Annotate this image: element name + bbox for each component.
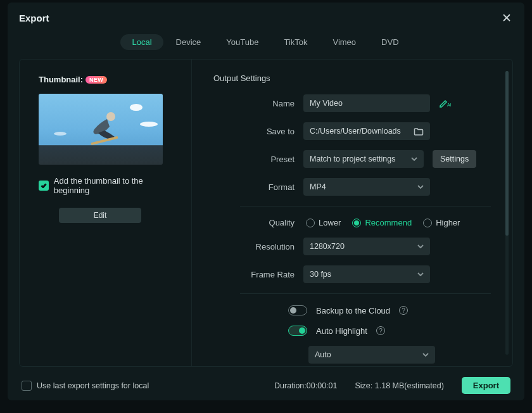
thumbnail-panel: Thumbnail: NEW Add the thumbnail to th	[20, 60, 192, 366]
thumbnail-heading: Thumbnail: NEW	[39, 75, 107, 84]
add-thumbnail-label: Add the thumbnail to the beginning	[54, 176, 180, 195]
dialog-footer: Use last export settings for local Durat…	[8, 374, 524, 400]
use-last-settings-checkbox[interactable]	[22, 381, 32, 391]
edit-thumbnail-button[interactable]: Edit	[59, 208, 141, 223]
preset-settings-button[interactable]: Settings	[433, 150, 476, 168]
pencil-ai-icon: AI	[439, 98, 452, 108]
scrollbar-thumb[interactable]	[505, 71, 509, 236]
tab-local[interactable]: Local	[120, 34, 163, 50]
radio-circle-icon	[306, 219, 315, 227]
auto-highlight-toggle[interactable]	[288, 326, 307, 336]
saveto-field[interactable]: C:/Users/User/Downloads	[303, 122, 430, 140]
framerate-select[interactable]: 30 fps	[303, 265, 430, 283]
folder-icon	[414, 127, 424, 136]
framerate-value: 30 fps	[310, 270, 331, 279]
quality-radio-group: Lower Recommend Higher	[306, 218, 460, 227]
row-framerate: Frame Rate 30 fps	[213, 265, 491, 283]
row-autohl-mode: Auto	[218, 346, 491, 364]
tab-vimeo[interactable]: Vimeo	[320, 34, 369, 50]
tab-tiktok[interactable]: TikTok	[271, 34, 320, 50]
add-thumbnail-checkbox[interactable]	[39, 181, 49, 191]
row-saveto: Save to C:/Users/User/Downloads	[213, 122, 491, 140]
checkmark-icon	[41, 183, 47, 188]
quality-higher-label: Higher	[436, 218, 460, 227]
use-last-settings-label: Use last export settings for local	[37, 381, 149, 390]
size-label: Size:	[355, 381, 372, 390]
duration-value: 00:00:01	[307, 381, 338, 390]
output-settings-title: Output Settings	[213, 73, 491, 83]
auto-highlight-label: Auto Highlight	[316, 326, 367, 336]
preset-label: Preset	[213, 155, 294, 164]
radio-circle-icon	[352, 219, 361, 227]
thumbnail-label: Thumbnail:	[39, 75, 83, 84]
duration-label: Duration:	[274, 381, 307, 390]
name-input[interactable]	[310, 99, 424, 108]
row-format: Format MP4	[213, 178, 491, 196]
saveto-value: C:/Users/User/Downloads	[310, 127, 401, 136]
resolution-value: 1280x720	[310, 242, 345, 251]
resolution-label: Resolution	[213, 242, 294, 251]
ai-name-button[interactable]: AI	[439, 98, 452, 108]
quality-radio-higher[interactable]: Higher	[423, 218, 460, 227]
chevron-down-icon	[411, 156, 417, 162]
chevron-down-icon	[417, 243, 424, 250]
resolution-select[interactable]: 1280x720	[303, 238, 430, 255]
divider	[240, 293, 491, 294]
export-dialog: Export Local Device YouTube TikTok Vimeo…	[8, 3, 524, 400]
quality-radio-lower[interactable]: Lower	[306, 218, 341, 227]
chevron-down-icon	[417, 271, 424, 277]
row-backup: Backup to the Cloud ?	[213, 305, 491, 315]
preset-value: Match to project settings	[310, 155, 395, 163]
backup-cloud-toggle[interactable]	[288, 305, 307, 315]
chevron-down-icon	[417, 184, 424, 190]
add-thumbnail-row: Add the thumbnail to the beginning	[39, 176, 180, 195]
autohl-mode-value: Auto	[315, 350, 331, 359]
row-resolution: Resolution 1280x720	[213, 238, 491, 255]
divider	[240, 206, 491, 206]
name-field[interactable]	[303, 94, 430, 112]
dialog-body: Thumbnail: NEW Add the thumbnail to th	[19, 59, 513, 367]
quality-recommend-label: Recommend	[365, 218, 412, 227]
cloud-shape	[130, 104, 142, 111]
dialog-title: Export	[19, 13, 49, 23]
autohl-help-button[interactable]: ?	[376, 326, 385, 335]
size-meta: Size: 1.18 MB(estimated)	[355, 381, 443, 390]
duration-meta: Duration:00:00:01	[274, 381, 337, 390]
size-value: 1.18 MB(estimated)	[375, 381, 444, 390]
tab-dvd[interactable]: DVD	[369, 34, 411, 50]
tab-device[interactable]: Device	[163, 34, 214, 50]
row-quality: Quality Lower Recommend Higher	[213, 218, 491, 227]
format-label: Format	[213, 182, 294, 192]
export-tabs: Local Device YouTube TikTok Vimeo DVD	[120, 34, 411, 50]
output-settings-panel: Output Settings Name AI Save to C:/Users…	[192, 60, 512, 366]
quality-label: Quality	[213, 218, 294, 227]
quality-radio-recommend[interactable]: Recommend	[352, 218, 412, 227]
framerate-label: Frame Rate	[213, 270, 294, 279]
radio-circle-icon	[423, 219, 432, 227]
skateboarder-figure	[86, 108, 127, 147]
row-preset: Preset Match to project settings Setting…	[213, 150, 491, 168]
new-badge: NEW	[86, 76, 107, 84]
chevron-down-icon	[422, 352, 429, 358]
row-autohighlight: Auto Highlight ?	[213, 326, 491, 336]
svg-point-2	[106, 112, 115, 121]
export-button[interactable]: Export	[462, 377, 510, 394]
backup-cloud-label: Backup to the Cloud	[316, 306, 390, 315]
thumbnail-preview[interactable]	[39, 94, 163, 165]
cloud-shape	[54, 132, 66, 136]
close-icon	[502, 13, 511, 22]
browse-folder-button[interactable]	[414, 127, 424, 136]
backup-help-button[interactable]: ?	[399, 306, 408, 315]
saveto-label: Save to	[213, 127, 294, 136]
preset-select[interactable]: Match to project settings	[303, 150, 424, 168]
tab-youtube[interactable]: YouTube	[213, 34, 271, 50]
svg-text:AI: AI	[447, 103, 452, 107]
close-button[interactable]	[500, 11, 513, 24]
use-last-row: Use last export settings for local	[22, 381, 149, 391]
autohl-mode-select[interactable]: Auto	[308, 346, 435, 364]
quality-lower-label: Lower	[319, 218, 341, 227]
titlebar: Export	[8, 3, 524, 29]
name-label: Name	[213, 99, 294, 108]
row-name: Name AI	[213, 94, 491, 112]
format-select[interactable]: MP4	[303, 178, 430, 196]
